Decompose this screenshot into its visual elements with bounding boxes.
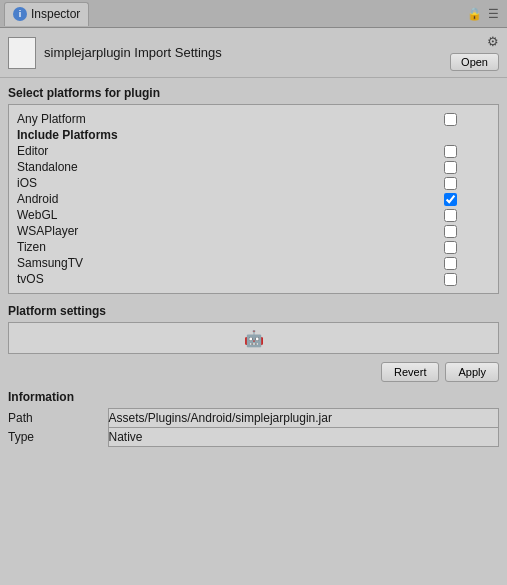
platform-row-tvos: tvOS xyxy=(17,271,490,287)
gear-button[interactable]: ⚙ xyxy=(487,34,499,49)
header-right: ⚙ Open xyxy=(450,34,499,71)
checkbox-android[interactable] xyxy=(444,193,457,206)
information-title: Information xyxy=(8,390,499,404)
lock-icon[interactable]: 🔒 xyxy=(467,7,482,21)
platform-label-editor: Editor xyxy=(17,144,48,158)
type-value: Native xyxy=(108,428,499,447)
platform-row-wsaplayer: WSAPlayer xyxy=(17,223,490,239)
checkbox-any[interactable] xyxy=(444,113,457,126)
platform-label-webgl: WebGL xyxy=(17,208,57,222)
platform-label-tvos: tvOS xyxy=(17,272,44,286)
header: simplejarplugin Import Settings ⚙ Open xyxy=(0,28,507,78)
type-label: Type xyxy=(8,428,108,447)
platform-row-webgl: WebGL xyxy=(17,207,490,223)
header-title: simplejarplugin Import Settings xyxy=(44,45,442,60)
platform-row-ios: iOS xyxy=(17,175,490,191)
table-row: Path Assets/Plugins/Android/simplejarplu… xyxy=(8,409,499,428)
platform-label-android: Android xyxy=(17,192,58,206)
table-row: Type Native xyxy=(8,428,499,447)
checkbox-samsungtv[interactable] xyxy=(444,257,457,270)
main-content: Select platforms for plugin Any Platform… xyxy=(0,78,507,455)
checkbox-tvos[interactable] xyxy=(444,273,457,286)
checkbox-area-any xyxy=(410,113,490,126)
inspector-tab[interactable]: i Inspector xyxy=(4,2,89,26)
platforms-section-title: Select platforms for plugin xyxy=(8,86,499,100)
buttons-row: Revert Apply xyxy=(8,362,499,382)
include-platforms-heading: Include Platforms xyxy=(17,127,490,143)
platform-row-any: Any Platform xyxy=(17,111,490,127)
platform-label-standalone: Standalone xyxy=(17,160,78,174)
platform-label-wsaplayer: WSAPlayer xyxy=(17,224,78,238)
tab-label: Inspector xyxy=(31,7,80,21)
checkbox-wsaplayer[interactable] xyxy=(444,225,457,238)
platform-row-samsungtv: SamsungTV xyxy=(17,255,490,271)
platform-settings-title: Platform settings xyxy=(8,304,499,318)
platform-label-ios: iOS xyxy=(17,176,37,190)
checkbox-webgl[interactable] xyxy=(444,209,457,222)
include-platforms-label: Include Platforms xyxy=(17,128,118,142)
checkbox-ios[interactable] xyxy=(444,177,457,190)
information-table: Path Assets/Plugins/Android/simplejarplu… xyxy=(8,408,499,447)
platform-label-any: Any Platform xyxy=(17,112,86,126)
platform-settings-section: Platform settings 🤖 xyxy=(8,304,499,354)
android-robot-icon: 🤖 xyxy=(244,329,264,348)
open-button[interactable]: Open xyxy=(450,53,499,71)
path-label: Path xyxy=(8,409,108,428)
checkbox-standalone[interactable] xyxy=(444,161,457,174)
platform-label-tizen: Tizen xyxy=(17,240,46,254)
tab-bar: i Inspector 🔒 ☰ xyxy=(0,0,507,28)
platform-label-samsungtv: SamsungTV xyxy=(17,256,83,270)
checkbox-tizen[interactable] xyxy=(444,241,457,254)
path-value: Assets/Plugins/Android/simplejarplugin.j… xyxy=(108,409,499,428)
platform-row-standalone: Standalone xyxy=(17,159,490,175)
platform-row-editor: Editor xyxy=(17,143,490,159)
apply-button[interactable]: Apply xyxy=(445,362,499,382)
platform-row-tizen: Tizen xyxy=(17,239,490,255)
file-icon xyxy=(8,37,36,69)
information-section: Information Path Assets/Plugins/Android/… xyxy=(8,390,499,447)
checkbox-editor[interactable] xyxy=(444,145,457,158)
menu-icon[interactable]: ☰ xyxy=(488,7,499,21)
platform-row-android: Android xyxy=(17,191,490,207)
platform-settings-content: 🤖 xyxy=(8,322,499,354)
platforms-box: Any Platform Include Platforms Editor St… xyxy=(8,104,499,294)
revert-button[interactable]: Revert xyxy=(381,362,439,382)
tab-icon: i xyxy=(13,7,27,21)
